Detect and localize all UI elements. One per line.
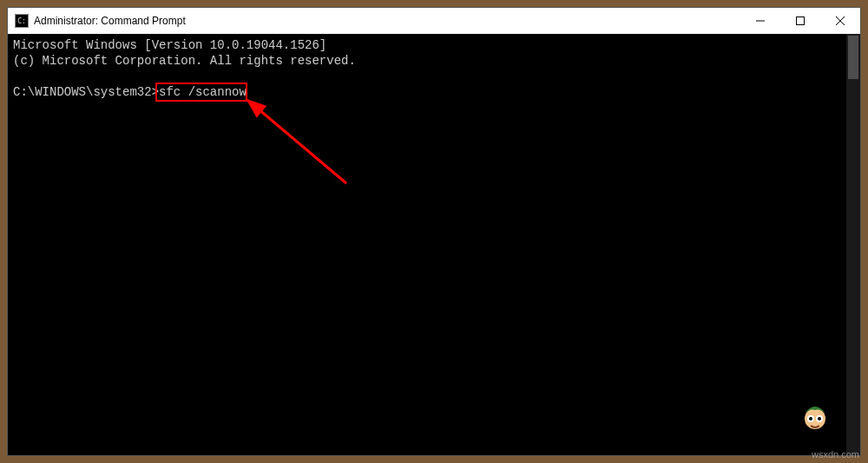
minimize-button[interactable] bbox=[740, 8, 780, 34]
typed-command: sfc /scannow bbox=[159, 85, 247, 99]
version-line: Microsoft Windows [Version 10.0.19044.15… bbox=[13, 38, 326, 52]
svg-rect-1 bbox=[797, 17, 805, 25]
copyright-line: (c) Microsoft Corporation. All rights re… bbox=[13, 54, 356, 68]
command-prompt-window: C: Administrator: Command Prompt Microso… bbox=[7, 7, 861, 456]
mascot-icon bbox=[798, 398, 832, 433]
close-button[interactable] bbox=[820, 8, 860, 34]
prompt: C:\WINDOWS\system32> bbox=[13, 85, 159, 99]
watermark: wsxdn.com bbox=[812, 449, 859, 460]
scrollbar[interactable] bbox=[846, 34, 860, 455]
maximize-button[interactable] bbox=[780, 8, 820, 34]
cmd-icon: C: bbox=[15, 14, 29, 28]
svg-point-9 bbox=[818, 417, 821, 420]
terminal-area[interactable]: Microsoft Windows [Version 10.0.19044.15… bbox=[8, 34, 860, 455]
scrollbar-thumb[interactable] bbox=[848, 36, 858, 79]
titlebar[interactable]: C: Administrator: Command Prompt bbox=[8, 8, 860, 34]
svg-point-8 bbox=[809, 417, 812, 420]
svg-line-4 bbox=[258, 109, 346, 183]
annotation-arrow-icon bbox=[242, 96, 364, 201]
window-title: Administrator: Command Prompt bbox=[34, 15, 186, 27]
